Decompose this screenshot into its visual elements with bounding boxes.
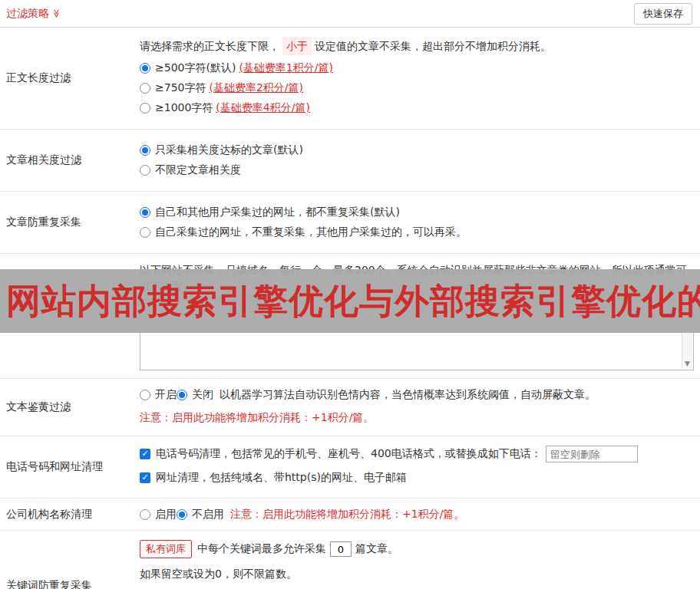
option-label: 开启: [155, 388, 177, 402]
porn-filter-content: 开启 关闭 以机器学习算法自动识别色情内容，当色情概率达到系统阈值，自动屏蔽文章…: [137, 379, 700, 436]
topbar: 过滤策略 ≫ 快速保存: [0, 0, 700, 28]
radio-icon[interactable]: [177, 509, 187, 520]
company-content: 启用 不启用 注意：启用此功能将增加积分消耗：+1积分/篇。: [137, 499, 700, 530]
option-fee-note: (基础费率2积分/篇): [209, 81, 303, 95]
scrollbar-down-arrow-icon[interactable]: ▼: [682, 358, 692, 369]
phone-cleanup-text: 电话号码清理，包括常见的手机号、座机号、400电话格式，或替换成如下电话：: [156, 447, 542, 461]
radio-option-1000-chars[interactable]: ≥1000字符 (基础费率4积分/篇): [140, 101, 694, 115]
keyword-limit-line: 私有词库 中每个关键词最多允许采集 篇文章。: [140, 540, 694, 558]
phone-cleanup-checkbox[interactable]: ✓: [140, 449, 150, 459]
radio-icon[interactable]: [140, 165, 150, 176]
radio-option-500-chars[interactable]: ≥500字符(默认) (基础费率1积分/篇): [140, 61, 694, 75]
body-length-label: 正文长度过滤: [0, 28, 137, 129]
page-title-text: 过滤策略: [6, 7, 49, 21]
keyword-note-1: 如果留空或设为0，则不限篇数。: [140, 568, 694, 581]
option-label: 启用: [155, 508, 177, 522]
page-title[interactable]: 过滤策略 ≫: [6, 7, 61, 21]
radio-option-relevance-on[interactable]: 只采集相关度达标的文章(默认): [140, 143, 694, 157]
option-label: ≥1000字符: [155, 101, 213, 115]
row-company-name-cleanup: 公司机构名称清理 启用 不启用 注意：启用此功能将增加积分消耗：+1积分/篇。: [0, 499, 700, 531]
url-cleanup-checkbox[interactable]: ✓: [140, 472, 150, 483]
porn-filter-label: 文本鉴黄过滤: [0, 379, 137, 436]
option-label: ≥750字符: [155, 81, 206, 95]
option-fee-note: (基础费率4积分/篇): [216, 101, 310, 115]
relevance-content: 只采集相关度达标的文章(默认) 不限定文章相关度: [137, 130, 700, 191]
dedup-label: 文章防重复采集: [0, 192, 137, 253]
desc-pre: 请选择需求的正文长度下限，: [140, 38, 279, 54]
keyword-label: 关键词防重复采集: [0, 531, 137, 589]
radio-icon[interactable]: [140, 390, 150, 400]
keyword-limit-end: 篇文章。: [355, 542, 398, 556]
phone-url-label: 电话号码和网址清理: [0, 436, 137, 498]
phone-url-content: ✓ 电话号码清理，包括常见的手机号、座机号、400电话格式，或替换成如下电话： …: [137, 436, 700, 498]
porn-filter-desc: 以机器学习算法自动识别色情内容，当色情概率达到系统阈值，自动屏蔽文章。: [220, 388, 596, 402]
keyword-count-input[interactable]: [330, 541, 352, 557]
watermark-overlay: 网站内部搜索引擎优化与外部搜索引擎优化的相: [0, 269, 700, 333]
quick-save-button[interactable]: 快速保存: [634, 3, 692, 25]
radio-icon[interactable]: [140, 145, 150, 156]
radio-option-porn-on[interactable]: 开启: [140, 388, 177, 402]
option-label: 不限定文章相关度: [155, 163, 241, 177]
desc-highlight: 小于: [282, 37, 312, 55]
row-phone-url-cleanup: 电话号码和网址清理 ✓ 电话号码清理，包括常见的手机号、座机号、400电话格式，…: [0, 436, 700, 499]
url-cleanup-text: 网址清理，包括纯域名、带http(s)的网址、电子邮箱: [156, 471, 407, 485]
radio-option-750-chars[interactable]: ≥750字符 (基础费率2积分/篇): [140, 81, 694, 95]
body-length-content: 请选择需求的正文长度下限， 小于 设定值的文章不采集，超出部分不增加积分消耗。 …: [137, 28, 700, 129]
body-length-desc: 请选择需求的正文长度下限， 小于 设定值的文章不采集，超出部分不增加积分消耗。: [140, 37, 694, 55]
company-fee-note: 注意：启用此功能将增加积分消耗：+1积分/篇。: [230, 508, 464, 522]
watermark-text: 网站内部搜索引擎优化与外部搜索引擎优化的相: [0, 278, 700, 324]
url-cleanup-line: ✓ 网址清理，包括纯域名、带http(s)的网址、电子邮箱: [140, 471, 694, 485]
keyword-content: 私有词库 中每个关键词最多允许采集 篇文章。 如果留空或设为0，则不限篇数。 如…: [137, 531, 700, 589]
row-relevance-filter: 文章相关度过滤 只采集相关度达标的文章(默认) 不限定文章相关度: [0, 130, 700, 192]
replacement-phone-input[interactable]: [546, 446, 638, 462]
option-label: 不启用: [192, 508, 224, 522]
radio-icon[interactable]: [140, 207, 150, 218]
row-porn-filter: 文本鉴黄过滤 开启 关闭 以机器学习算法自动识别色情内容，当色情概率达到系统阈值…: [0, 379, 700, 436]
option-label: 只采集相关度达标的文章(默认): [155, 143, 303, 157]
radio-option-dedup-self-only[interactable]: 自己采集过的网址，不重复采集，其他用户采集过的，可以再采。: [140, 225, 694, 239]
option-label: 自己和其他用户采集过的网址，都不重复采集(默认): [155, 206, 400, 219]
radio-icon[interactable]: [140, 509, 150, 520]
desc-post: 设定值的文章不采集，超出部分不增加积分消耗。: [315, 38, 551, 54]
radio-option-porn-off[interactable]: 关闭: [177, 388, 213, 402]
radio-option-company-off[interactable]: 不启用: [177, 508, 224, 522]
radio-option-dedup-all-users[interactable]: 自己和其他用户采集过的网址，都不重复采集(默认): [140, 206, 694, 219]
keyword-limit-text: 中每个关键词最多允许采集: [197, 542, 326, 556]
company-label: 公司机构名称清理: [0, 499, 137, 530]
porn-filter-options: 开启 关闭 以机器学习算法自动识别色情内容，当色情概率达到系统阈值，自动屏蔽文章…: [140, 388, 694, 402]
radio-icon[interactable]: [140, 63, 150, 74]
option-label: ≥500字符(默认): [155, 61, 236, 75]
relevance-label: 文章相关度过滤: [0, 130, 137, 191]
radio-option-company-on[interactable]: 启用: [140, 508, 177, 522]
row-keyword-dedup: 关键词防重复采集 私有词库 中每个关键词最多允许采集 篇文章。 如果留空或设为0…: [0, 531, 700, 589]
porn-filter-fee-note: 注意：启用此功能将增加积分消耗：+1积分/篇。: [140, 411, 694, 425]
radio-icon[interactable]: [140, 103, 150, 114]
option-label: 自己采集过的网址，不重复采集，其他用户采集过的，可以再采。: [155, 225, 467, 239]
row-dedup-collection: 文章防重复采集 自己和其他用户采集过的网址，都不重复采集(默认) 自己采集过的网…: [0, 192, 700, 254]
row-body-length-filter: 正文长度过滤 请选择需求的正文长度下限， 小于 设定值的文章不采集，超出部分不增…: [0, 28, 700, 130]
radio-option-relevance-off[interactable]: 不限定文章相关度: [140, 163, 694, 177]
radio-icon[interactable]: [177, 390, 187, 400]
dedup-content: 自己和其他用户采集过的网址，都不重复采集(默认) 自己采集过的网址，不重复采集，…: [137, 192, 700, 253]
option-fee-note: (基础费率1积分/篇): [239, 61, 333, 75]
private-lexicon-tag[interactable]: 私有词库: [140, 540, 192, 558]
phone-cleanup-line: ✓ 电话号码清理，包括常见的手机号、座机号、400电话格式，或替换成如下电话：: [140, 446, 694, 462]
radio-icon[interactable]: [140, 227, 150, 238]
chevron-down-icon: ≫: [52, 9, 61, 18]
option-label: 关闭: [192, 388, 213, 402]
radio-icon[interactable]: [140, 83, 150, 94]
